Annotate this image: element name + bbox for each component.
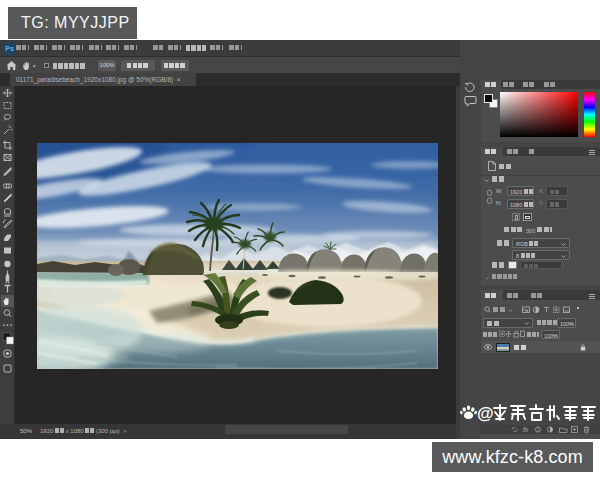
svg-text:fx: fx: [523, 426, 529, 433]
svg-text:@: @: [477, 404, 494, 423]
